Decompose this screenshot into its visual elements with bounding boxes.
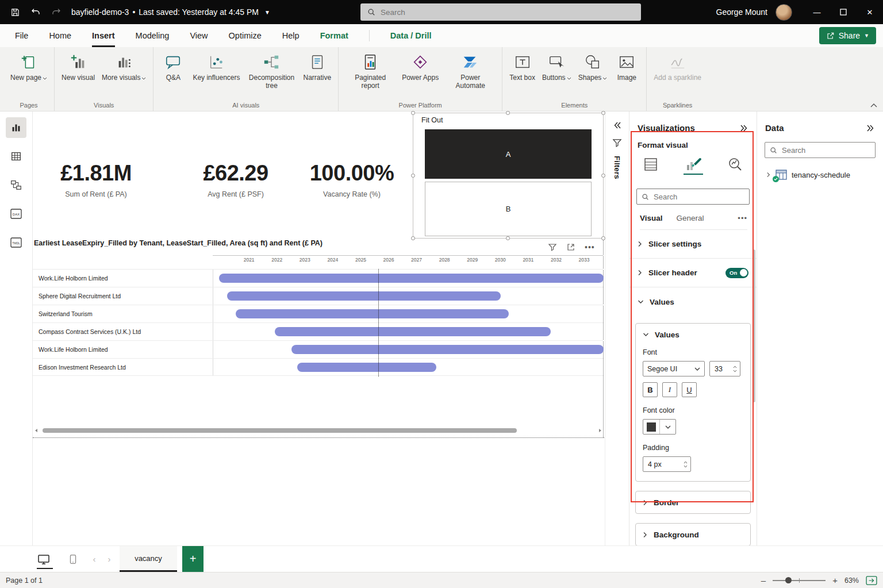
undo-icon[interactable] [30,6,41,18]
decomposition-tree-button[interactable]: Decomposition tree [244,52,298,91]
format-search[interactable] [636,189,750,205]
buttons-button[interactable]: Buttons [540,52,574,83]
global-search-input[interactable] [381,8,634,17]
new-page-button[interactable]: New page [8,52,49,83]
menu-home[interactable]: Home [49,24,71,47]
table-tree-item[interactable]: tenancy-schedule [766,170,883,180]
font-size-stepper[interactable]: 33 [709,361,740,376]
avatar[interactable] [775,4,792,21]
expand-filters-icon[interactable] [613,121,622,130]
filters-pane-collapsed[interactable]: Filters [605,112,629,545]
save-icon[interactable] [9,6,21,18]
menu-file[interactable]: File [15,24,28,47]
bold-button[interactable]: B [643,382,658,397]
gantt-bar[interactable] [291,345,604,354]
slicer-visual-fit-out[interactable]: Fit Out A B [413,113,604,239]
resize-handle[interactable] [601,111,605,115]
share-dropdown-icon[interactable]: ▼ [864,33,869,39]
gantt-bar[interactable] [219,274,604,283]
section-values[interactable]: Values [629,287,757,316]
font-color-picker[interactable] [643,419,676,435]
key-influencers-button[interactable]: Key influencers [190,52,242,83]
menu-modeling[interactable]: Modeling [136,24,170,47]
zoom-level[interactable]: 63% [844,577,859,585]
report-view-button[interactable] [6,117,26,138]
minimize-button[interactable]: — [804,0,830,24]
font-family-select[interactable]: Segoe UI [643,361,705,376]
more-options-icon[interactable]: ••• [585,243,595,252]
global-search[interactable] [360,3,641,21]
zoom-out-button[interactable]: – [761,575,766,585]
data-search-input[interactable] [782,146,870,155]
section-slicer-settings[interactable]: Slicer settings [629,230,757,259]
shapes-button[interactable]: Shapes [576,52,610,83]
section-background[interactable]: Background [635,523,751,546]
maximize-button[interactable] [830,0,857,24]
gantt-bar[interactable] [227,291,500,301]
zoom-slider[interactable] [773,580,826,581]
resize-handle[interactable] [506,111,510,115]
section-border[interactable]: Border [635,491,751,514]
gantt-bar[interactable] [275,327,551,336]
collapse-pane-icon[interactable] [739,124,748,133]
menu-help[interactable]: Help [282,24,300,47]
text-box-button[interactable]: Text box [507,52,538,83]
format-visual-icon[interactable] [684,155,703,175]
scrollbar-thumb[interactable] [43,428,517,433]
gantt-bar[interactable] [297,363,437,372]
new-visual-button[interactable]: New visual [59,52,97,83]
share-button[interactable]: Share ▼ [819,27,876,44]
slicer-header-toggle[interactable]: On [725,268,748,278]
model-view-button[interactable] [6,175,26,195]
zoom-in-button[interactable]: + [832,575,838,585]
close-button[interactable]: ✕ [857,0,883,24]
tabs-more-icon[interactable]: ••• [738,214,747,222]
gantt-bar[interactable] [236,309,509,318]
canvas-horizontal-scrollbar[interactable] [34,427,602,434]
image-button[interactable]: Image [612,52,642,83]
collapse-ribbon-icon[interactable] [870,103,877,107]
filter-icon[interactable] [548,243,557,252]
dax-query-view-button[interactable]: DAX [6,203,26,224]
menu-data-drill[interactable]: Data / Drill [390,24,432,47]
menu-view[interactable]: View [190,24,208,47]
title-dropdown-icon[interactable]: ▼ [264,9,270,16]
italic-button[interactable]: I [662,382,677,397]
analytics-icon[interactable] [725,155,745,175]
resize-handle[interactable] [411,111,415,115]
gantt-chart[interactable]: 2021202220232024202520262027202820292030… [33,253,604,381]
tab-visual[interactable]: Visual [640,214,663,222]
mobile-layout-icon[interactable] [64,546,82,572]
qa-button[interactable]: Q&A [158,52,188,83]
narrative-button[interactable]: Narrative [301,52,333,83]
table-view-button[interactable] [6,146,26,167]
pane-scrollbar[interactable] [753,249,755,402]
menu-insert[interactable]: Insert [92,24,115,47]
focus-mode-icon[interactable] [566,243,575,252]
page-tab-vacancy[interactable]: vacancy [120,546,177,572]
power-automate-button[interactable]: Power Automate [443,52,497,91]
menu-format[interactable]: Format [320,24,348,47]
zoom-slider-thumb[interactable] [785,577,792,583]
format-search-input[interactable] [654,193,744,201]
kpi-card-avg-rent[interactable]: £62.29 Avg Rent (£ PSF) [184,161,287,198]
tab-general[interactable]: General [677,214,704,222]
padding-stepper[interactable]: 4 px [643,456,691,472]
build-visual-icon[interactable] [641,155,661,175]
tmdl-view-button[interactable]: TMDL [6,232,26,253]
power-apps-button[interactable]: Power Apps [400,52,441,83]
menu-optimize[interactable]: Optimize [229,24,262,47]
more-visuals-button[interactable]: More visuals [99,52,148,83]
section-slicer-header[interactable]: Slicer header On [629,259,757,287]
values-card-header[interactable]: Values [643,330,743,339]
kpi-card-sum-of-rent[interactable]: £1.81M Sum of Rent (£ PA) [44,161,148,198]
resize-handle[interactable] [601,236,605,240]
report-canvas[interactable]: £1.81M Sum of Rent (£ PA) £62.29 Avg Ren… [33,112,605,545]
kpi-card-vacancy-rate[interactable]: 100.00% Vacancy Rate (%) [297,161,406,198]
new-page-tab-button[interactable]: + [182,546,204,572]
slicer-option-a[interactable]: A [425,129,592,179]
fit-to-page-icon[interactable] [866,576,877,585]
resize-handle[interactable] [601,174,605,178]
document-title[interactable]: bayfield-demo-3 • Last saved: Yesterday … [71,7,270,17]
underline-button[interactable]: U [682,382,697,397]
